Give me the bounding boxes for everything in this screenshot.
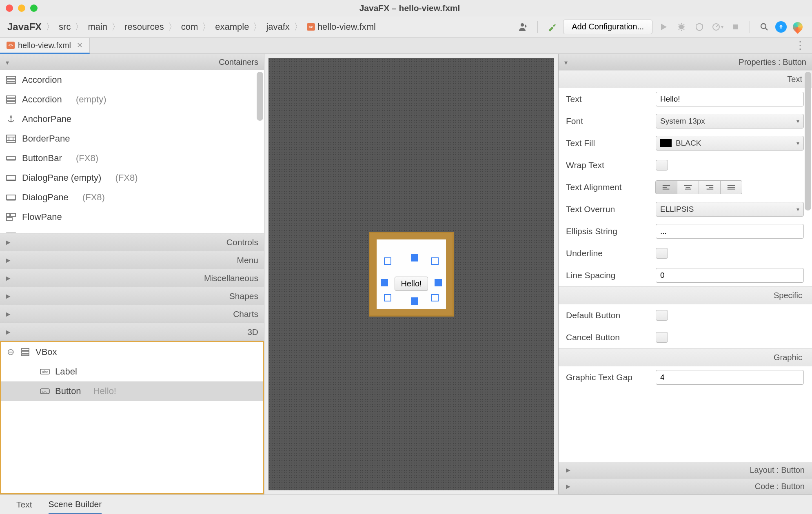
- group-header-specific: Specific: [559, 286, 812, 304]
- stop-icon[interactable]: [728, 20, 742, 34]
- tree-node-label[interactable]: abc Label: [1, 362, 263, 381]
- close-window-button[interactable]: [6, 4, 13, 12]
- canvas-button[interactable]: Hello!: [395, 277, 428, 291]
- prop-label: Text Fill: [566, 138, 656, 148]
- dropdown-icon: [564, 58, 568, 67]
- tree-node-button[interactable]: OK Button Hello!: [1, 381, 263, 401]
- prop-label: Font: [566, 116, 656, 126]
- text-overrun-combobox[interactable]: ELLIPSIS: [656, 202, 804, 217]
- breadcrumb-item[interactable]: resources: [124, 22, 164, 32]
- svg-rect-19: [7, 175, 16, 180]
- library-item-dialogpane-empty[interactable]: DialogPane (empty) (FX8): [0, 168, 264, 188]
- run-config-button[interactable]: Add Configuration...: [563, 20, 652, 34]
- breadcrumb-item[interactable]: com: [181, 22, 198, 32]
- font-combobox[interactable]: System 13px: [656, 114, 804, 128]
- svg-rect-9: [7, 99, 16, 101]
- section-shapes[interactable]: ▶Shapes: [0, 287, 264, 305]
- editor-tab[interactable]: <> hello-view.fxml ✕: [0, 38, 90, 54]
- profile-icon[interactable]: ▾: [710, 20, 724, 34]
- build-icon[interactable]: [545, 20, 559, 34]
- library-item-borderpane[interactable]: BorderPane: [0, 129, 264, 148]
- user-icon[interactable]: [516, 20, 530, 34]
- ellipsis-input[interactable]: [656, 224, 804, 239]
- breadcrumb-leaf[interactable]: <> hello-view.fxml: [307, 22, 376, 32]
- library-item-anchorpane[interactable]: AnchorPane: [0, 109, 264, 129]
- prop-label: Line Spacing: [566, 270, 656, 280]
- breadcrumb-item[interactable]: main: [88, 22, 107, 32]
- collapse-icon[interactable]: ⊖: [6, 347, 15, 357]
- section-controls[interactable]: ▶Controls: [0, 233, 264, 251]
- prop-label: Text Overrun: [566, 204, 656, 214]
- design-canvas[interactable]: Hello!: [268, 58, 554, 490]
- breadcrumb-item[interactable]: javafx: [266, 22, 289, 32]
- section-misc[interactable]: ▶Miscellaneous: [0, 269, 264, 287]
- align-center-button[interactable]: [677, 180, 699, 194]
- prop-label: Text Alignment: [566, 182, 656, 192]
- group-header-graphic: Graphic: [559, 348, 812, 366]
- align-justify-button[interactable]: [720, 180, 742, 194]
- search-icon[interactable]: [757, 20, 771, 34]
- window-title: JavaFX – hello-view.fxml: [38, 3, 782, 13]
- line-spacing-input[interactable]: [656, 268, 804, 283]
- main-toolbar: JavaFX〉 src〉 main〉 resources〉 com〉 examp…: [0, 16, 812, 38]
- svg-rect-21: [7, 195, 16, 200]
- library-item-flowpane[interactable]: FlowPane: [0, 207, 264, 227]
- svg-rect-6: [7, 79, 16, 81]
- scrollbar[interactable]: [257, 72, 263, 121]
- cancel-button-checkbox[interactable]: [656, 332, 668, 343]
- section-3d[interactable]: ▶3D: [0, 323, 264, 341]
- section-menu[interactable]: ▶Menu: [0, 251, 264, 269]
- library-item-accordion[interactable]: Accordion: [0, 70, 264, 90]
- tab-label: hello-view.fxml: [18, 41, 71, 50]
- minimize-window-button[interactable]: [18, 4, 25, 12]
- container-icon: [6, 173, 16, 182]
- anchor-icon: [6, 115, 16, 124]
- breadcrumb-item[interactable]: example: [215, 22, 249, 32]
- library-item-gridpane[interactable]: GridPane: [0, 227, 264, 233]
- tab-options-icon[interactable]: ⋮: [788, 38, 812, 53]
- svg-rect-12: [7, 135, 16, 142]
- prop-label: Default Button: [566, 310, 656, 320]
- tab-text[interactable]: Text: [16, 500, 32, 510]
- update-icon[interactable]: [775, 21, 787, 33]
- align-left-button[interactable]: [655, 180, 677, 194]
- code-section-header[interactable]: ▶Code : Button: [559, 478, 812, 494]
- tab-scene-builder[interactable]: Scene Builder: [49, 499, 102, 514]
- properties-header[interactable]: Properties : Button: [559, 54, 812, 70]
- text-align-segmented: [656, 180, 742, 194]
- underline-checkbox[interactable]: [656, 248, 668, 259]
- library-item-dialogpane[interactable]: DialogPane (FX8): [0, 188, 264, 207]
- svg-point-11: [10, 116, 12, 117]
- scrollbar[interactable]: [805, 72, 811, 210]
- text-input[interactable]: [656, 92, 804, 106]
- run-icon[interactable]: [657, 20, 670, 34]
- align-right-button[interactable]: [699, 180, 721, 194]
- fxml-file-icon: <>: [7, 42, 15, 49]
- jetbrains-toolbox-icon[interactable]: [791, 20, 805, 34]
- prop-label: Text: [566, 94, 656, 104]
- layout-section-header[interactable]: ▶Layout : Button: [559, 462, 812, 478]
- svg-rect-31: [22, 354, 29, 356]
- coverage-icon[interactable]: [692, 20, 706, 34]
- breadcrumb-item[interactable]: src: [59, 22, 71, 32]
- wrap-text-checkbox[interactable]: [656, 160, 668, 171]
- close-tab-icon[interactable]: ✕: [77, 41, 83, 50]
- section-charts[interactable]: ▶Charts: [0, 305, 264, 323]
- maximize-window-button[interactable]: [30, 4, 38, 12]
- debug-icon[interactable]: [674, 20, 688, 34]
- library-item-buttonbar[interactable]: ButtonBar (FX8): [0, 148, 264, 168]
- tree-node-vbox[interactable]: ⊖ VBox: [1, 342, 263, 362]
- container-icon: [6, 154, 16, 163]
- prop-label: Graphic Text Gap: [566, 372, 656, 382]
- canvas-vbox[interactable]: Hello!: [369, 232, 454, 317]
- graphic-text-gap-input[interactable]: [656, 370, 804, 385]
- container-icon: [6, 232, 16, 233]
- svg-rect-10: [7, 102, 16, 103]
- containers-header[interactable]: Containers: [0, 54, 264, 70]
- breadcrumb-root[interactable]: JavaFX: [7, 21, 42, 33]
- default-button-checkbox[interactable]: [656, 310, 668, 321]
- container-icon: [6, 213, 16, 222]
- library-item-accordion-empty[interactable]: Accordion (empty): [0, 90, 264, 109]
- text-fill-combobox[interactable]: BLACK: [656, 136, 804, 151]
- dropdown-icon: [6, 58, 9, 67]
